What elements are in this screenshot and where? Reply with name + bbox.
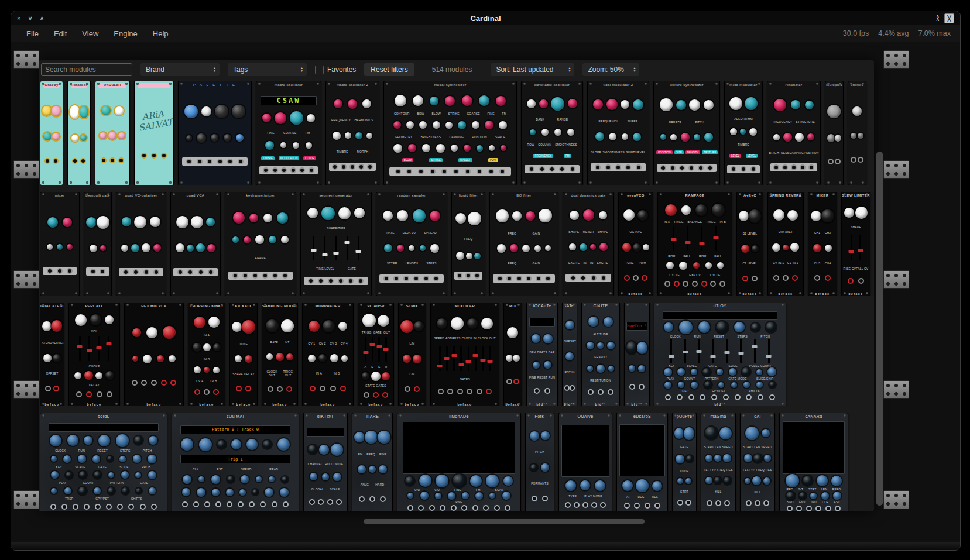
slider-handle[interactable] bbox=[714, 236, 719, 239]
module-tile[interactable]: bernoulli gate bbox=[84, 192, 111, 296]
module-tile[interactable]: CHOPPING KINKYIN AIN BCV ACV Bbefaco bbox=[188, 303, 225, 406]
module-tile[interactable]: liMonADeUNIV/OFINEFMSCANRNGbId°° bbox=[397, 413, 520, 511]
slider[interactable] bbox=[684, 339, 686, 363]
module-tile[interactable]: evenVCOOCTAVETUNEPWMbefaco bbox=[619, 192, 653, 296]
module-tile[interactable]: mixer bbox=[40, 192, 79, 296]
slider-handle[interactable] bbox=[671, 238, 676, 241]
slider-handle[interactable] bbox=[683, 351, 688, 353]
slider-handle[interactable] bbox=[311, 249, 316, 252]
slider-handle[interactable] bbox=[322, 253, 327, 256]
module-tile[interactable]: MIXERCH1CH2CH3CH4befaco bbox=[808, 192, 837, 296]
slider-handle[interactable] bbox=[383, 348, 389, 351]
module-tile[interactable]: multiples bbox=[825, 81, 843, 185]
module-tile[interactable]: P A L E T T E bbox=[179, 81, 251, 185]
module-tile[interactable]: segment generatorSHAPE/TIMETIME/LEVELGAT… bbox=[301, 192, 371, 296]
module-tile[interactable]: SPRING REVERBDRY/WETCV IN 1CV IN 2befaco bbox=[768, 192, 803, 296]
slider[interactable] bbox=[88, 336, 90, 361]
slider-handle[interactable] bbox=[858, 249, 863, 252]
slider-handle[interactable] bbox=[669, 355, 674, 358]
module-tile[interactable]: ChUTEALTITUDEGRAVITYRESTITUTIONbId°° bbox=[582, 303, 619, 406]
slider-handle[interactable] bbox=[473, 354, 478, 357]
slider-handle[interactable] bbox=[480, 359, 485, 362]
slider-handle[interactable] bbox=[363, 351, 368, 354]
module-tile[interactable]: modal synthesizerCONTOURBOWBLOWSTRIKECOA… bbox=[384, 81, 516, 185]
module-tile[interactable]: keyframer/mixerFRAME bbox=[225, 192, 296, 296]
module-tile[interactable]: HEX MIX VCAbefaco bbox=[125, 303, 183, 406]
slider[interactable] bbox=[79, 336, 81, 361]
slider-handle[interactable] bbox=[345, 241, 350, 244]
slider[interactable] bbox=[335, 236, 337, 260]
slider[interactable] bbox=[698, 339, 700, 363]
slider[interactable] bbox=[475, 346, 477, 371]
menu-view[interactable]: View bbox=[82, 29, 98, 38]
module-tile[interactable]: STMIXL/ML/Mbefaco bbox=[399, 303, 426, 406]
module-tile[interactable]: EQ filterFREQGAINFREQGAIN bbox=[490, 192, 558, 296]
slider[interactable] bbox=[313, 236, 314, 260]
module-tile[interactable]: ForKPITCHFORMANTSbId°° bbox=[526, 413, 554, 511]
collapse-rack-icon[interactable]: ∧∧ bbox=[935, 15, 940, 21]
slider[interactable] bbox=[460, 346, 462, 371]
module-tile[interactable]: wavetable oscillatorBANKRANGEROWCOLUMNSM… bbox=[522, 81, 582, 185]
slider[interactable] bbox=[768, 339, 770, 363]
module-tile[interactable]: SLEW LIMITERSHAPERISE CVFALL CVbefaco bbox=[842, 192, 870, 296]
slider[interactable] bbox=[726, 339, 728, 363]
slider-handle[interactable] bbox=[333, 252, 338, 255]
module-tile[interactable]: MORPHADERCV 1CV 2CV 3CV 4IN AIN Bbefaco bbox=[303, 303, 353, 406]
module-tile[interactable]: cANARdRECG/TSTRTLENREADSPDENVINOCLRESCbI… bbox=[780, 413, 848, 511]
slider[interactable] bbox=[715, 226, 717, 251]
sort-dropdown[interactable]: Sort: Last updated ▲▼ bbox=[491, 63, 574, 76]
slider[interactable] bbox=[673, 226, 674, 251]
minimize-icon[interactable]: ∨ bbox=[28, 11, 32, 25]
slider[interactable] bbox=[712, 339, 714, 363]
module-tile[interactable]: liquid filterFREQ bbox=[452, 192, 485, 296]
slider-handle[interactable] bbox=[849, 250, 854, 253]
slider[interactable] bbox=[372, 337, 373, 362]
maximize-icon[interactable]: ∧ bbox=[40, 11, 44, 25]
module-tile[interactable]: PERCALLVOLCHOKEDECAYbefaco bbox=[69, 303, 119, 406]
slider[interactable] bbox=[670, 339, 672, 363]
module-tile[interactable]: utilities bbox=[848, 81, 866, 185]
module-tile[interactable]: quad VCA bbox=[171, 192, 220, 296]
slider-handle[interactable] bbox=[685, 241, 690, 244]
slider-handle[interactable] bbox=[437, 365, 443, 367]
slider-handle[interactable] bbox=[487, 360, 492, 363]
slider-handle[interactable] bbox=[766, 355, 772, 358]
slider-handle[interactable] bbox=[106, 342, 111, 345]
slider[interactable] bbox=[365, 337, 366, 362]
menu-edit[interactable]: Edit bbox=[54, 29, 67, 38]
module-tile[interactable]: bordLCLOCKRUNRESETSTEPSPITCHKEYSCALEGATE… bbox=[40, 413, 167, 511]
slider[interactable] bbox=[439, 346, 441, 371]
slider-handle[interactable] bbox=[738, 352, 743, 355]
module-tile[interactable]: maGmaSTARTLENSPEEDFLT.TYPFREQRESKILLbId°… bbox=[701, 413, 735, 511]
module-tile[interactable]: dIKT@TCHANNELROOT NOTEGLOBALSCALEbId°° bbox=[304, 413, 347, 511]
slider-handle[interactable] bbox=[697, 350, 702, 353]
slider[interactable] bbox=[98, 336, 100, 361]
slider[interactable] bbox=[482, 346, 484, 371]
module-tile[interactable]: OUAIveTYPEPLAY MODEbId°° bbox=[559, 413, 612, 511]
module-tile[interactable]: meta modulatorALGORITHMTIMBRELEVELLEVEL bbox=[725, 81, 762, 185]
module-tile[interactable]: macro oscillator 2FREQUENCYHARMONICSTIMB… bbox=[326, 81, 379, 185]
module-tile[interactable]: TIAREFMFREQFINEANLGHARDbId°° bbox=[352, 413, 392, 511]
slider[interactable] bbox=[385, 337, 387, 362]
module-tile[interactable]: eDsaroSATDECRELbId°° bbox=[617, 413, 667, 511]
module-tile[interactable]: quad VC-polarizer bbox=[116, 192, 166, 296]
slider[interactable] bbox=[859, 235, 861, 260]
slider[interactable] bbox=[489, 346, 491, 371]
module-tile[interactable]: KICKALLTUNESHAPEDECAYbefaco bbox=[230, 303, 257, 406]
module-tile[interactable]: RAMPAGEIN ATRIGGBALANCETRIGGIN BRISEFALL… bbox=[658, 192, 732, 296]
slider-handle[interactable] bbox=[458, 363, 464, 366]
module-tile[interactable]: ARiA SALVATRiCE bbox=[135, 81, 173, 185]
module-tile[interactable]: resonatorFREQUENCYSTRUCTUREBRIGHTNESSDAM… bbox=[767, 81, 820, 185]
module-tile[interactable]: tOCAnTeBPMBEATSBARFINERESETRUNbId°° bbox=[527, 303, 557, 406]
module-tile[interactable]: oAïSTARTLENSPEEDFLT.TYPFREQRESKILLbId°° bbox=[741, 413, 774, 511]
module-tile[interactable]: tidal modulator 2FREQUENCYSHAPESLOPESMOO… bbox=[588, 81, 649, 185]
close-icon[interactable]: × bbox=[17, 11, 20, 25]
slider[interactable] bbox=[358, 236, 359, 260]
module-tile[interactable]: pOuPreGATELOOPSTRTbId°° bbox=[673, 413, 696, 511]
module-tile[interactable]: Grabby bbox=[40, 81, 63, 185]
slider-handle[interactable] bbox=[711, 355, 716, 358]
module-tile[interactable]: Rotatoes bbox=[68, 81, 90, 185]
reset-filters-button[interactable]: Reset filters bbox=[364, 63, 414, 76]
slider-handle[interactable] bbox=[451, 354, 457, 357]
slider[interactable] bbox=[740, 339, 742, 363]
